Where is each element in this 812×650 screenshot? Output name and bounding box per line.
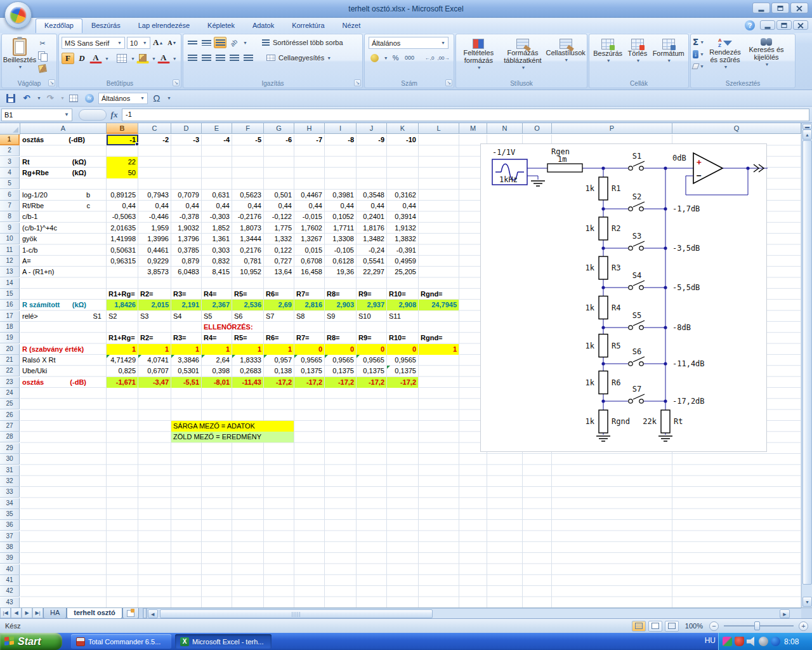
cell-B19[interactable]: R1+Rg= bbox=[107, 333, 138, 343]
cell-K12[interactable]: 0,4959 bbox=[387, 256, 418, 267]
cell-D22[interactable]: 0,5301 bbox=[171, 366, 201, 376]
sheet-tab-terhelt-oszto[interactable]: terhelt osztó bbox=[67, 608, 122, 619]
row-header-17[interactable]: 17 bbox=[0, 311, 20, 322]
last-sheet-button[interactable]: ▶| bbox=[32, 608, 43, 618]
borders-dropdown[interactable]: ▼ bbox=[131, 56, 135, 61]
cell-K9[interactable]: 1,9132 bbox=[387, 223, 418, 234]
row-header-36[interactable]: 36 bbox=[0, 520, 20, 531]
cell-E23[interactable]: -8,01 bbox=[202, 377, 232, 388]
cell-F19[interactable]: R5= bbox=[232, 333, 263, 343]
cell-A13[interactable]: A - (R1+n) bbox=[20, 267, 106, 277]
cell-J21[interactable]: 0,9565 bbox=[357, 355, 386, 366]
cell-C20[interactable]: 1 bbox=[138, 344, 171, 355]
cell-C6[interactable]: 0,7943 bbox=[138, 190, 171, 201]
cell-G15[interactable]: R6= bbox=[264, 289, 294, 300]
column-header-M[interactable]: M bbox=[459, 123, 487, 134]
cell-G7[interactable]: 0,44 bbox=[264, 201, 294, 211]
workbook-minimize-button[interactable] bbox=[760, 20, 775, 30]
name-box[interactable]: B1 ▼ bbox=[1, 109, 72, 121]
cell-J16[interactable]: 2,937 bbox=[357, 300, 386, 310]
column-header-L[interactable]: L bbox=[419, 123, 459, 134]
cell-B23[interactable]: -1,671 bbox=[107, 377, 138, 388]
normal-view-button[interactable] bbox=[632, 621, 646, 632]
cell-A4[interactable]: Rg+Rbe(kΩ) bbox=[20, 168, 106, 178]
row-header-25[interactable]: 25 bbox=[0, 399, 20, 409]
cell-D1[interactable]: -3 bbox=[171, 135, 201, 145]
cell-F11[interactable]: 0,2176 bbox=[232, 245, 263, 256]
font-color-dropdown[interactable]: ▼ bbox=[173, 56, 177, 61]
office-button[interactable] bbox=[4, 1, 32, 29]
format-painter-button[interactable] bbox=[36, 63, 49, 74]
row-header-27[interactable]: 27 bbox=[0, 421, 20, 432]
column-header-H[interactable]: H bbox=[294, 123, 325, 134]
cell-K22[interactable]: 0,1375 bbox=[387, 366, 418, 376]
cell-J22[interactable]: 0,1375 bbox=[357, 366, 386, 376]
cell-H8[interactable]: -0,015 bbox=[294, 211, 324, 222]
orientation-dropdown[interactable]: ▼ bbox=[243, 41, 247, 45]
cell-C11[interactable]: 0,4461 bbox=[138, 245, 171, 256]
page-break-view-button[interactable] bbox=[665, 621, 679, 632]
cell-A12[interactable]: A= bbox=[20, 256, 106, 267]
qat-format-combo[interactable]: Általános▼ bbox=[98, 93, 148, 104]
clear-button[interactable]: ▼ bbox=[692, 60, 705, 72]
zoom-out-button[interactable]: − bbox=[709, 621, 719, 631]
cell-F15[interactable]: R5= bbox=[232, 289, 263, 300]
align-center-button[interactable] bbox=[200, 52, 213, 63]
name-box-dropdown[interactable]: ▼ bbox=[64, 112, 69, 117]
row-header-12[interactable]: 12 bbox=[0, 256, 20, 267]
cell-H6[interactable]: 0,4467 bbox=[294, 190, 324, 201]
cell-E1[interactable]: -4 bbox=[202, 135, 232, 145]
cell-J12[interactable]: 0,5541 bbox=[357, 256, 386, 267]
cell-I7[interactable]: 0,44 bbox=[325, 201, 356, 211]
increase-indent-button[interactable] bbox=[242, 52, 254, 63]
cell-I9[interactable]: 1,7711 bbox=[325, 223, 356, 234]
cell-J7[interactable]: 0,44 bbox=[357, 201, 386, 211]
column-header-P[interactable]: P bbox=[552, 123, 672, 134]
cell-E22[interactable]: 0,398 bbox=[202, 366, 232, 376]
fill-color-dropdown[interactable]: ▼ bbox=[152, 56, 156, 61]
row-header-1[interactable]: 1 bbox=[0, 135, 20, 145]
cell-B9[interactable]: 2,01635 bbox=[107, 223, 138, 234]
format-cells-button[interactable]: Formátum ▼ bbox=[652, 37, 686, 67]
cell-A17[interactable]: relé>S1 bbox=[20, 311, 106, 322]
cell-I6[interactable]: 0,3981 bbox=[325, 190, 356, 201]
fill-color-button[interactable] bbox=[136, 53, 149, 63]
cell-D6[interactable]: 0,7079 bbox=[171, 190, 201, 201]
cell-A23[interactable]: osztás(-dB) bbox=[20, 377, 106, 388]
find-select-button[interactable]: Keresés és kijelölés ▼ bbox=[745, 36, 787, 73]
grow-font-button[interactable]: A▲ bbox=[152, 37, 164, 48]
cell-B15[interactable]: R1+Rg= bbox=[107, 289, 138, 300]
formula-input[interactable]: -1 bbox=[122, 109, 809, 121]
insert-function-button[interactable]: fx bbox=[82, 92, 96, 105]
cell-D27[interactable]: SÁRGA MEZŐ = ADATOK bbox=[171, 421, 294, 432]
column-header-O[interactable]: O bbox=[523, 123, 552, 134]
align-top-button[interactable] bbox=[186, 37, 199, 48]
cell-D7[interactable]: 0,44 bbox=[171, 201, 201, 211]
cell-F6[interactable]: 0,5623 bbox=[232, 190, 263, 201]
cell-K1[interactable]: -10 bbox=[387, 135, 418, 145]
cell-G1[interactable]: -6 bbox=[264, 135, 294, 145]
cell-G17[interactable]: S7 bbox=[264, 311, 294, 322]
first-sheet-button[interactable]: |◀ bbox=[0, 608, 11, 618]
undo-dropdown[interactable]: ▼ bbox=[37, 96, 41, 100]
cell-D13[interactable]: 6,0483 bbox=[171, 267, 201, 277]
horizontal-scroll-thumb[interactable] bbox=[160, 609, 433, 618]
tab-kepletek[interactable]: Képletek bbox=[199, 18, 244, 33]
accounting-dropdown[interactable]: ▼ bbox=[384, 56, 388, 60]
cell-C13[interactable]: 3,8573 bbox=[138, 267, 171, 277]
cell-E11[interactable]: 0,303 bbox=[202, 245, 232, 256]
row-header-38[interactable]: 38 bbox=[0, 542, 20, 553]
row-header-16[interactable]: 16 bbox=[0, 300, 20, 310]
redo-dropdown[interactable]: ▼ bbox=[60, 96, 65, 100]
cell-G6[interactable]: 0,501 bbox=[264, 190, 294, 201]
accounting-format-button[interactable] bbox=[369, 52, 381, 63]
cell-I12[interactable]: 0,6128 bbox=[325, 256, 356, 267]
cell-D23[interactable]: -5,51 bbox=[171, 377, 201, 388]
column-header-A[interactable]: A bbox=[20, 123, 107, 134]
row-header-26[interactable]: 26 bbox=[0, 410, 20, 421]
sheet-cells[interactable]: -1/1V1kHzRgen1mS10dBS2-1,7dB1kR1S3-3,5dB… bbox=[20, 135, 801, 607]
cell-G20[interactable]: 1 bbox=[264, 344, 294, 355]
zoom-slider-thumb[interactable] bbox=[754, 621, 760, 630]
cell-E17[interactable]: S5 bbox=[202, 311, 232, 322]
row-header-14[interactable]: 14 bbox=[0, 278, 20, 289]
